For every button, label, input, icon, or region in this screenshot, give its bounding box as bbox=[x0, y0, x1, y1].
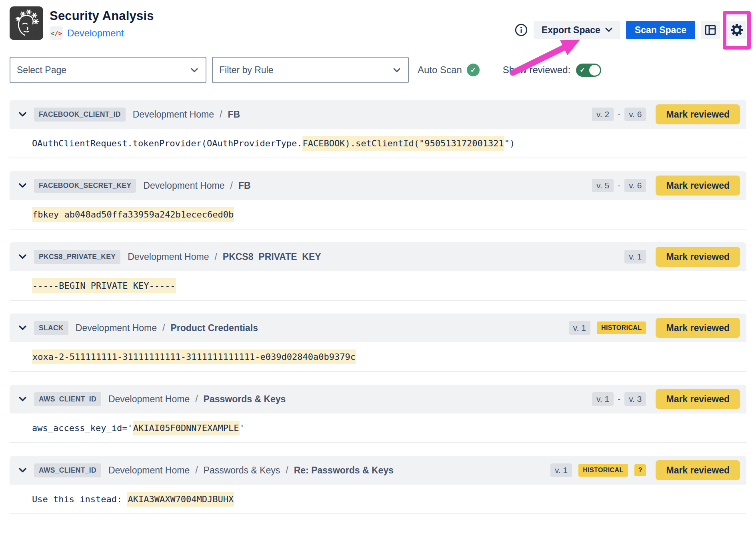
finding-header-left: FACEBOOK_SECRET_KEY Development Home/FB bbox=[18, 179, 251, 193]
version-badge[interactable]: v. 2 bbox=[592, 108, 614, 121]
version-badge[interactable]: v. 1 bbox=[624, 250, 646, 264]
breadcrumb-segment[interactable]: Development Home bbox=[108, 394, 190, 405]
breadcrumb-segment[interactable]: Product Credentials bbox=[170, 323, 258, 333]
version-badges: v. 1 bbox=[624, 250, 646, 264]
collapse-chevron-icon[interactable] bbox=[18, 325, 27, 331]
secret-highlight: fbkey ab048ad50ffa33959a242b1ecec6ed0b bbox=[32, 207, 234, 222]
info-button[interactable] bbox=[514, 23, 528, 37]
secret-highlight: -----BEGIN PRIVATE KEY----- bbox=[32, 278, 176, 293]
mark-reviewed-button[interactable]: Mark reviewed bbox=[656, 247, 740, 267]
breadcrumb-segment[interactable]: Passwords & Keys bbox=[204, 465, 280, 476]
title-block: Security Analysis </> Development bbox=[50, 6, 154, 40]
toggle-check-icon: ✓ bbox=[580, 66, 585, 74]
chevron-down-icon bbox=[605, 28, 612, 32]
breadcrumb-separator: / bbox=[195, 465, 198, 476]
code-text: OAuthClientRequest.tokenProvider(OAuthPr… bbox=[32, 138, 302, 148]
collapse-chevron-icon[interactable] bbox=[18, 254, 27, 260]
panel-layout-icon bbox=[705, 25, 716, 35]
version-badge[interactable]: v. 3 bbox=[624, 392, 646, 406]
finding-card: FACEBOOK_SECRET_KEY Development Home/FB … bbox=[10, 171, 746, 230]
mark-reviewed-button[interactable]: Mark reviewed bbox=[656, 389, 740, 409]
scan-space-button[interactable]: Scan Space bbox=[626, 21, 695, 39]
show-reviewed-toggle[interactable]: ✓ bbox=[576, 64, 601, 77]
info-icon bbox=[514, 23, 528, 37]
mark-reviewed-button[interactable]: Mark reviewed bbox=[656, 318, 740, 338]
export-space-label: Export Space bbox=[542, 25, 600, 36]
breadcrumb-segment[interactable]: Development Home bbox=[128, 252, 209, 262]
question-badge[interactable]: ? bbox=[634, 464, 646, 476]
mark-reviewed-button[interactable]: Mark reviewed bbox=[656, 176, 740, 196]
collapse-chevron-icon[interactable] bbox=[18, 467, 27, 473]
settings-button[interactable] bbox=[727, 21, 746, 39]
code-space-icon: </> bbox=[50, 26, 63, 40]
header-actions: Export Space Scan Space bbox=[514, 21, 746, 39]
collapse-chevron-icon[interactable] bbox=[18, 396, 27, 402]
rule-badge: PKCS8_PRIVATE_KEY bbox=[34, 250, 120, 264]
header-left: Security Analysis </> Development bbox=[10, 6, 154, 40]
mark-reviewed-button[interactable]: Mark reviewed bbox=[656, 104, 740, 124]
breadcrumb: Development Home/Passwords & Keys/Re: Pa… bbox=[108, 465, 394, 476]
filter-by-rule-dropdown[interactable]: Filter by Rule bbox=[212, 57, 409, 83]
version-badges: v. 5-v. 6 bbox=[592, 179, 646, 192]
page-title: Security Analysis bbox=[50, 9, 154, 23]
finding-header-left: FACEBOOK_CLIENT_ID Development Home/FB bbox=[18, 108, 240, 122]
page-header: Security Analysis </> Development Export… bbox=[10, 6, 746, 50]
breadcrumb: Development Home/PKCS8_PRIVATE_KEY bbox=[128, 252, 321, 262]
finding-header[interactable]: PKCS8_PRIVATE_KEY Development Home/PKCS8… bbox=[10, 242, 746, 271]
version-badge[interactable]: v. 5 bbox=[592, 179, 614, 192]
version-badge[interactable]: v. 1 bbox=[569, 321, 590, 335]
collapse-chevron-icon[interactable] bbox=[18, 112, 27, 117]
breadcrumb-segment[interactable]: PKCS8_PRIVATE_KEY bbox=[223, 252, 321, 262]
finding-header[interactable]: AWS_CLIENT_ID Development Home/Passwords… bbox=[10, 456, 746, 485]
finding-header[interactable]: FACEBOOK_SECRET_KEY Development Home/FB … bbox=[10, 171, 746, 200]
version-badge[interactable]: v. 6 bbox=[624, 179, 646, 192]
breadcrumb-separator: / bbox=[162, 323, 165, 333]
breadcrumb-segment[interactable]: Development Home bbox=[133, 109, 214, 120]
breadcrumb-separator: / bbox=[230, 180, 233, 191]
code-text: Use this instead: bbox=[32, 494, 127, 504]
breadcrumb-segment[interactable]: FB bbox=[238, 180, 251, 191]
code-text: aws_access_key_id=' bbox=[32, 423, 133, 433]
export-space-button[interactable]: Export Space bbox=[534, 21, 620, 39]
gear-icon bbox=[730, 24, 743, 36]
breadcrumb-segment[interactable]: Passwords & Keys bbox=[204, 394, 286, 405]
finding-code-row: -----BEGIN PRIVATE KEY----- bbox=[10, 271, 746, 301]
rule-badge: AWS_CLIENT_ID bbox=[34, 392, 101, 406]
finding-header[interactable]: SLACK Development Home/Product Credentia… bbox=[10, 313, 746, 342]
rule-badge: AWS_CLIENT_ID bbox=[34, 463, 101, 477]
security-analysis-page: Security Analysis </> Development Export… bbox=[0, 0, 756, 547]
historical-badge: HISTORICAL bbox=[578, 464, 628, 477]
select-page-dropdown[interactable]: Select Page bbox=[10, 57, 206, 83]
secret-highlight: xoxa-2-511111111-31111111111-31111111111… bbox=[32, 349, 356, 364]
version-badge[interactable]: v. 6 bbox=[624, 108, 646, 121]
breadcrumb-separator: / bbox=[214, 252, 217, 262]
version-badge[interactable]: v. 1 bbox=[550, 463, 572, 477]
collapse-chevron-icon[interactable] bbox=[18, 183, 27, 188]
code-text: ") bbox=[504, 138, 515, 148]
version-badges: v. 1 bbox=[550, 463, 572, 477]
rule-badge: FACEBOOK_CLIENT_ID bbox=[34, 108, 126, 122]
show-reviewed-label: Show reviewed: bbox=[503, 64, 570, 76]
finding-header[interactable]: AWS_CLIENT_ID Development Home/Passwords… bbox=[10, 385, 746, 413]
breadcrumb-segment[interactable]: Development Home bbox=[76, 323, 157, 333]
finding-header[interactable]: FACEBOOK_CLIENT_ID Development Home/FB v… bbox=[10, 100, 746, 129]
finding-card: SLACK Development Home/Product Credentia… bbox=[10, 313, 746, 372]
rule-badge: FACEBOOK_SECRET_KEY bbox=[34, 179, 136, 193]
version-separator: - bbox=[618, 181, 620, 190]
app-logo bbox=[10, 6, 43, 40]
breadcrumb-segment[interactable]: Re: Passwords & Keys bbox=[294, 465, 394, 476]
finding-header-left: AWS_CLIENT_ID Development Home/Passwords… bbox=[18, 463, 394, 477]
breadcrumb-segment[interactable]: Development Home bbox=[108, 465, 190, 476]
breadcrumb-segment[interactable]: Development Home bbox=[143, 180, 224, 191]
mark-reviewed-button[interactable]: Mark reviewed bbox=[656, 460, 740, 480]
finding-code-row: OAuthClientRequest.tokenProvider(OAuthPr… bbox=[10, 129, 746, 158]
space-row: </> Development bbox=[50, 26, 154, 40]
panel-view-button[interactable] bbox=[701, 21, 720, 39]
select-page-placeholder: Select Page bbox=[17, 65, 66, 76]
secret-highlight: AKIAI05F0DNN7EXAMPLE bbox=[133, 421, 240, 435]
version-badge[interactable]: v. 1 bbox=[592, 392, 614, 406]
breadcrumb-segment[interactable]: FB bbox=[228, 109, 240, 120]
version-badges: v. 2-v. 6 bbox=[592, 108, 646, 121]
space-link[interactable]: Development bbox=[67, 28, 124, 39]
breadcrumb: Development Home/FB bbox=[143, 180, 250, 191]
